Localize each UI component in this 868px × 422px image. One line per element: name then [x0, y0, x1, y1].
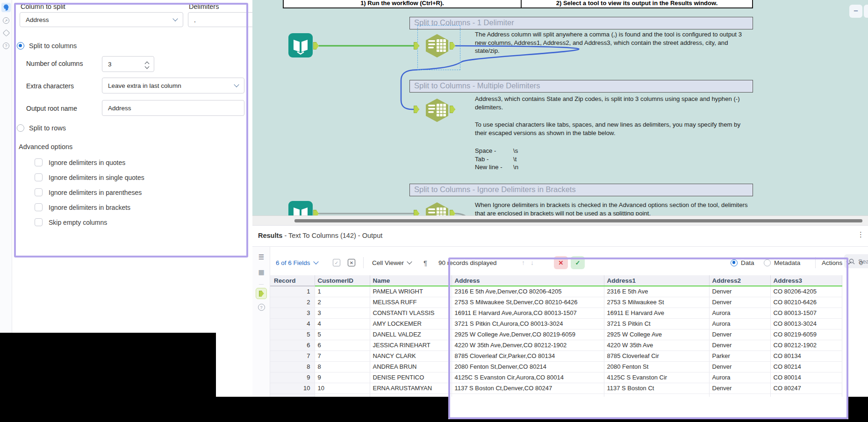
- table-row[interactable]: 55DANELL VALDEZ2925 W College Ave,Denver…: [270, 329, 842, 340]
- column-header[interactable]: Record: [270, 275, 315, 286]
- data-cell[interactable]: MELISSA RUFF: [370, 297, 452, 308]
- data-cell[interactable]: 4220 W 35th Ave,Denver,CO 80212-1902: [452, 340, 604, 350]
- advanced-option-checkbox[interactable]: Ignore delimiters in parentheses: [35, 188, 142, 196]
- cell-viewer-dropdown[interactable]: Cell Viewer: [372, 256, 411, 270]
- record-number-cell[interactable]: 6: [270, 340, 315, 350]
- column-to-split-select[interactable]: Address: [20, 12, 183, 27]
- table-row[interactable]: 11PAMELA WRIGHT2316 E 5th Ave,Denver,CO …: [270, 286, 842, 297]
- column-header[interactable]: Address1: [604, 275, 709, 286]
- data-cell[interactable]: 4: [315, 318, 370, 329]
- table-row[interactable]: 22MELISSA RUFF2753 S Milwaukee St,Denver…: [270, 297, 842, 308]
- data-cell[interactable]: 8: [315, 361, 370, 372]
- advanced-option-checkbox[interactable]: Ignore delimiters in brackets: [35, 203, 130, 211]
- data-cell[interactable]: Denver: [709, 340, 770, 350]
- annotation-icon[interactable]: [1, 28, 11, 37]
- table-row[interactable]: 88ANDREA BRUN2080 Fenton St,Denver,CO 80…: [270, 361, 842, 372]
- data-cell[interactable]: 5: [315, 329, 370, 340]
- data-cell[interactable]: 16911 E Harvard Ave,Aurora,CO 80013-1507: [452, 308, 604, 318]
- advanced-option-checkbox[interactable]: Ignore delimiters in quotes: [35, 158, 125, 166]
- table-row[interactable]: 66JESSICA RINEHART4220 W 35th Ave,Denver…: [270, 340, 842, 350]
- data-cell[interactable]: 3: [315, 308, 370, 318]
- data-cell[interactable]: Denver: [709, 286, 770, 297]
- input-data-tool[interactable]: [288, 33, 313, 59]
- deselect-fields-icon[interactable]: ✕: [348, 256, 355, 270]
- data-cell[interactable]: NANCY CLARK: [370, 350, 452, 361]
- data-cell[interactable]: Denver: [709, 361, 770, 372]
- output-root-name-input[interactable]: Address: [102, 100, 244, 116]
- data-cell[interactable]: 1137 S Boston Ct: [604, 383, 709, 393]
- table-row[interactable]: 77NANCY CLARK8785 Cloverleaf Cir,Parker,…: [270, 350, 842, 361]
- data-cell[interactable]: Parker: [709, 350, 770, 361]
- number-of-columns-stepper[interactable]: 3: [102, 56, 154, 72]
- arrow-down-icon[interactable]: ↓: [531, 259, 534, 266]
- data-cell[interactable]: CO 80134: [770, 350, 842, 361]
- data-cell[interactable]: 8785 Cloverleaf Cir,Parker,CO 80134: [452, 350, 604, 361]
- actions-dropdown[interactable]: Actions 0: [822, 256, 863, 270]
- help-icon[interactable]: ?: [1, 41, 11, 50]
- table-row[interactable]: 99DENISE PENTICO4125C S Evanston Cir,Aur…: [270, 372, 842, 383]
- help-icon[interactable]: ?: [252, 304, 270, 311]
- column-header[interactable]: CustomerID: [315, 275, 370, 286]
- select-fields-icon[interactable]: ✓: [333, 256, 340, 270]
- record-number-cell[interactable]: 10: [270, 383, 315, 393]
- data-cell[interactable]: Denver: [709, 297, 770, 308]
- advanced-option-checkbox[interactable]: Skip empty columns: [35, 218, 107, 226]
- data-cell[interactable]: 3721 S Pitkin Ct,Aurora,CO 80013-3024: [452, 318, 604, 329]
- metadata-radio[interactable]: Metadata: [764, 256, 800, 270]
- split-to-columns-radio[interactable]: [17, 42, 24, 50]
- record-number-cell[interactable]: 4: [270, 318, 315, 329]
- data-cell[interactable]: DANELL VALDEZ: [370, 329, 452, 340]
- checkbox-icon[interactable]: [35, 188, 43, 196]
- cancel-button[interactable]: ✕: [554, 256, 568, 270]
- data-cell[interactable]: 9: [315, 372, 370, 383]
- section-title-ignore-brackets[interactable]: Split to Columns - Ignore Delimiters in …: [409, 184, 753, 196]
- record-number-cell[interactable]: 7: [270, 350, 315, 361]
- checkbox-icon[interactable]: [35, 203, 43, 211]
- column-header[interactable]: Name: [370, 275, 452, 286]
- fields-dropdown[interactable]: 6 of 6 Fields: [276, 256, 318, 270]
- data-cell[interactable]: CO 80214: [770, 361, 842, 372]
- data-cell[interactable]: DENISE PENTICO: [370, 372, 452, 383]
- table-row[interactable]: 44AMY LOCKEMER3721 S Pitkin Ct,Aurora,CO…: [270, 318, 842, 329]
- data-cell[interactable]: 4220 W 35th Ave: [604, 340, 709, 350]
- data-cell[interactable]: 2925 W College Ave,Denver,CO 80219-6059: [452, 329, 604, 340]
- data-cell[interactable]: 2316 E 5th Ave,Denver,CO 80206-4205: [452, 286, 604, 297]
- data-cell[interactable]: ERNA ARUSTAMYAN: [370, 383, 452, 393]
- share-icon[interactable]: ↗: [1, 16, 11, 25]
- stepper-arrows[interactable]: [142, 57, 152, 72]
- kebab-menu-icon[interactable]: ⋮: [857, 230, 864, 239]
- data-cell[interactable]: 1137 S Boston Ct,Denver,CO 80247: [452, 383, 604, 393]
- checkbox-icon[interactable]: [35, 218, 43, 226]
- data-cell[interactable]: 6: [315, 340, 370, 350]
- data-cell[interactable]: 2316 E 5th Ave: [604, 286, 709, 297]
- data-cell[interactable]: 8785 Cloverleaf Cir: [604, 350, 709, 361]
- data-cell[interactable]: 10: [315, 383, 370, 393]
- output-anchor-icon[interactable]: [252, 288, 270, 299]
- workflow-canvas[interactable]: 1) Run the workflow (Ctrl+R). 2) Select …: [252, 0, 868, 225]
- gear-icon[interactable]: [1, 3, 11, 12]
- data-cell[interactable]: ANDREA BRUN: [370, 361, 452, 372]
- data-cell[interactable]: CO 80247: [770, 383, 842, 393]
- data-cell[interactable]: 4125C S Evanston Cir: [604, 372, 709, 383]
- data-cell[interactable]: 2080 Fenton St: [604, 361, 709, 372]
- data-cell[interactable]: 2753 S Milwaukee St,Denver,CO 80210-6426: [452, 297, 604, 308]
- data-cell[interactable]: CO 80219-6059: [770, 329, 842, 340]
- record-number-cell[interactable]: 8: [270, 361, 315, 372]
- data-cell[interactable]: 2080 Fenton St,Denver,CO 80214: [452, 361, 604, 372]
- data-cell[interactable]: 3721 S Pitkin Ct: [604, 318, 709, 329]
- pilcrow-icon[interactable]: ¶: [423, 256, 427, 270]
- data-cell[interactable]: Aurora: [709, 308, 770, 318]
- data-cell[interactable]: JESSICA RINEHART: [370, 340, 452, 350]
- data-cell[interactable]: CO 80212-1902: [770, 340, 842, 350]
- text-to-columns-tool-1[interactable]: [424, 34, 450, 60]
- data-cell[interactable]: CO 80013-3024: [770, 318, 842, 329]
- data-cell[interactable]: 1: [315, 286, 370, 297]
- data-cell[interactable]: CONSTANTI VLASSIS: [370, 308, 452, 318]
- table-row[interactable]: 33CONSTANTI VLASSIS16911 E Harvard Ave,A…: [270, 308, 842, 318]
- data-cell[interactable]: AMY LOCKEMER: [370, 318, 452, 329]
- table-row[interactable]: 1010ERNA ARUSTAMYAN1137 S Boston Ct,Denv…: [270, 383, 842, 393]
- data-cell[interactable]: 2925 W College Ave: [604, 329, 709, 340]
- scrollbar-thumb[interactable]: [294, 219, 862, 222]
- record-number-cell[interactable]: 3: [270, 308, 315, 318]
- data-cell[interactable]: Denver: [709, 329, 770, 340]
